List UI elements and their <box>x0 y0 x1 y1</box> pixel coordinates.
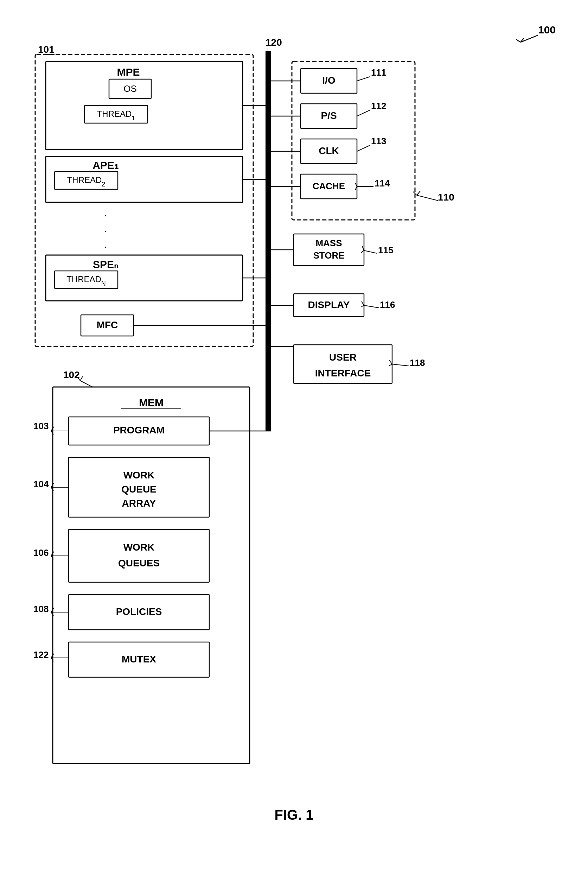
io-label: I/O <box>322 75 335 86</box>
svg-line-24 <box>357 77 370 81</box>
svg-line-30 <box>357 145 370 151</box>
ref-120: 120 <box>265 37 282 48</box>
ref-108: 108 <box>33 604 48 614</box>
ape1-label: APE₁ <box>92 159 118 171</box>
mass-store-label: MASS <box>315 238 342 248</box>
svg-line-2 <box>516 39 520 42</box>
svg-line-21 <box>417 191 420 195</box>
ref-110: 110 <box>438 192 455 203</box>
mem-label: MEM <box>139 397 164 408</box>
work-queue-array-label3: ARRAY <box>122 498 156 509</box>
ref-100: 100 <box>538 24 556 35</box>
spen-label: SPEₙ <box>93 259 118 270</box>
ref-122: 122 <box>33 649 48 660</box>
mfc-label: MFC <box>97 319 118 330</box>
mutex-label: MUTEX <box>122 654 156 664</box>
clk-label: CLK <box>318 145 339 156</box>
svg-line-48 <box>392 364 409 366</box>
ref-102: 102 <box>63 369 80 380</box>
display-label: DISPLAY <box>308 299 350 310</box>
diagram-container: 100 120 101 MPE OS THREAD1 APE₁ <box>0 0 588 895</box>
mpe-label: MPE <box>117 66 139 78</box>
ref-118: 118 <box>410 358 425 368</box>
ref-101: 101 <box>38 44 55 55</box>
work-queues-label1: WORK <box>123 542 155 553</box>
ref-112: 112 <box>371 101 386 111</box>
ref-113: 113 <box>371 136 386 146</box>
user-interface-label2: INTERFACE <box>315 368 371 379</box>
ref-115: 115 <box>378 245 393 255</box>
ref-114: 114 <box>374 178 390 188</box>
policies-label: POLICIES <box>116 606 162 617</box>
work-queue-array-label1: WORK <box>123 470 155 481</box>
ellipsis2: . <box>104 221 107 235</box>
ref-106: 106 <box>33 548 48 558</box>
ref-104: 104 <box>33 479 49 489</box>
fig-label: FIG. 1 <box>274 807 313 822</box>
svg-line-53 <box>80 376 83 381</box>
svg-line-43 <box>364 305 379 308</box>
ps-label: P/S <box>321 110 336 121</box>
ref-116: 116 <box>380 299 395 310</box>
ellipsis3: . <box>104 237 107 251</box>
svg-line-52 <box>80 381 92 387</box>
svg-line-20 <box>417 195 438 200</box>
user-interface-label1: USER <box>329 352 357 363</box>
ref-103: 103 <box>33 421 48 431</box>
svg-line-27 <box>357 110 370 116</box>
os-label: OS <box>123 83 137 94</box>
mass-store-label2: STORE <box>313 250 344 261</box>
work-queue-array-label2: QUEUE <box>121 484 156 495</box>
ellipsis1: . <box>104 205 107 219</box>
program-label: PROGRAM <box>113 425 165 435</box>
svg-line-38 <box>364 250 377 253</box>
work-queues-label2: QUEUES <box>118 558 160 569</box>
cache-label: CACHE <box>313 181 345 191</box>
ref-111: 111 <box>371 67 386 78</box>
svg-rect-65 <box>68 529 209 582</box>
svg-rect-4 <box>265 51 271 347</box>
